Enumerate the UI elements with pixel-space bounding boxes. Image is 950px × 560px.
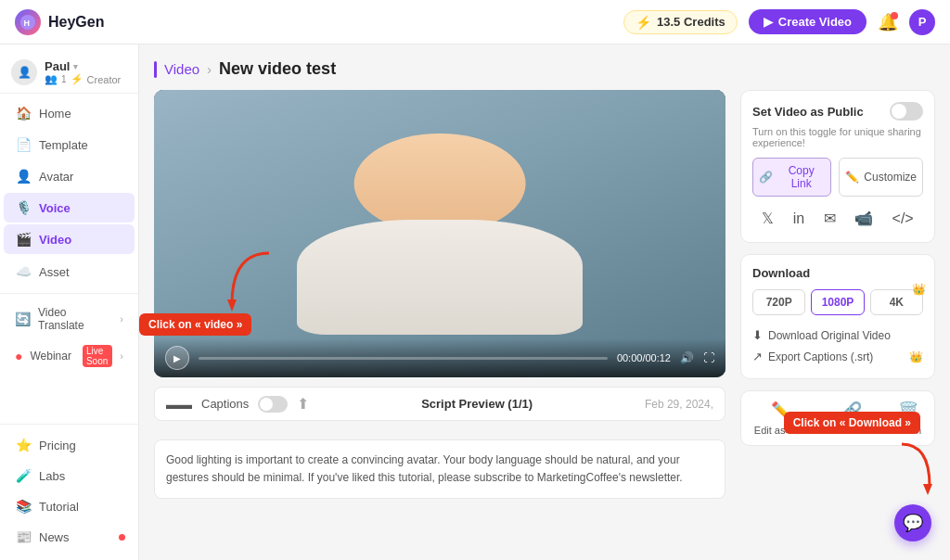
video-translate-label: Video Translate [38, 306, 112, 332]
user-name: Paul ▾ [45, 59, 121, 73]
avatar-icon: 👤 [15, 169, 32, 184]
sidebar-item-labs[interactable]: 🧪 Labs [4, 461, 135, 490]
progress-bar[interactable] [199, 357, 608, 360]
home-icon: 🏠 [15, 106, 32, 121]
video-controls: ▶ 00:00/00:12 🔊 ⛶ [154, 338, 725, 377]
video-plus-icon: ▶ [764, 15, 773, 29]
breadcrumb-bar [154, 61, 157, 78]
user-count-icon: 👥 [45, 73, 58, 85]
sidebar-item-video-label: Video [39, 233, 71, 247]
sidebar-item-voice[interactable]: 🎙️ Voice [4, 193, 135, 223]
chat-icon: 💬 [903, 513, 923, 533]
svg-marker-2 [227, 299, 237, 312]
download-card: Download 720P 1080P 4K 👑 [740, 254, 935, 379]
sidebar-divider-1 [0, 293, 138, 294]
public-toggle-row: Set Video as Public [752, 102, 923, 121]
captions-label: Captions [201, 397, 249, 411]
news-icon: 📰 [15, 529, 32, 544]
sidebar-item-pricing-label: Pricing [39, 439, 76, 452]
script-preview-label: Script Preview (1/1) [318, 397, 635, 411]
sidebar-item-home[interactable]: 🏠 Home [4, 98, 135, 128]
resolution-720p-label: 720P [766, 296, 792, 309]
notification-dot [891, 12, 898, 19]
email-icon[interactable]: ✉ [824, 210, 836, 227]
sidebar-item-asset-label: Asset [39, 265, 70, 279]
sidebar-item-pricing[interactable]: ⭐ Pricing [4, 430, 135, 460]
resolution-1080p-button[interactable]: 1080P [811, 289, 864, 315]
logo-text: HeyGen [48, 14, 104, 31]
resolution-1080p-label: 1080P [822, 296, 854, 309]
create-video-label: Create Video [778, 15, 852, 29]
sidebar-item-home-label: Home [39, 107, 71, 121]
credits-badge: ⚡ 13.5 Credits [623, 10, 738, 34]
volume-icon[interactable]: 🔊 [680, 351, 694, 364]
news-notification-dot [119, 534, 125, 541]
header-right: ⚡ 13.5 Credits ▶ Create Video 🔔 P [623, 9, 935, 35]
sidebar-item-video-translate[interactable]: 🔄 Video Translate › [4, 300, 135, 337]
resolution-4k-button[interactable]: 4K 👑 [870, 289, 923, 315]
notification-button[interactable]: 🔔 [878, 12, 898, 32]
twitter-icon[interactable]: 𝕏 [762, 210, 774, 227]
chevron-down-icon: ▾ [73, 62, 78, 71]
social-icons-row: 𝕏 in ✉ 📹 </> [752, 206, 923, 231]
sidebar-item-avatar-label: Avatar [39, 170, 73, 184]
sidebar-bottom: ⭐ Pricing 🧪 Labs 📚 Tutorial 📰 News [0, 418, 138, 553]
download-original-button[interactable]: ⬇ Download Original Video [752, 325, 923, 346]
resolution-720p-button[interactable]: 720P [752, 289, 805, 315]
sidebar-item-avatar[interactable]: 👤 Avatar [4, 161, 135, 191]
main-layout: 👤 Paul ▾ 👥 1 ⚡ Creator 🏠 Home 📄 Template [0, 45, 950, 560]
user-avatar-button[interactable]: P [909, 9, 935, 35]
header: H HeyGen ⚡ 13.5 Credits ▶ Create Video 🔔… [0, 0, 950, 45]
captions-upload-icon[interactable]: ⬆ [297, 395, 309, 413]
logo-icon: H [15, 9, 41, 35]
user-avatar: 👤 [11, 59, 37, 85]
sidebar-divider-2 [0, 424, 138, 425]
creator-icon: ⚡ [71, 73, 83, 85]
captions-icon: ▬▬ [166, 397, 192, 412]
public-toggle[interactable] [890, 102, 923, 121]
sidebar-item-template[interactable]: 📄 Template [4, 130, 135, 159]
embed-icon[interactable]: </> [892, 210, 914, 227]
play-button[interactable]: ▶ [165, 346, 189, 370]
sidebar-item-video[interactable]: 🎬 Video [4, 224, 135, 254]
content-area: Click on « video » Video › New video tes… [139, 45, 950, 560]
fullscreen-icon[interactable]: ⛶ [703, 351, 714, 364]
click-download-annotation: Click on « Download » [784, 412, 920, 434]
export-crown-icon: 👑 [909, 350, 923, 363]
toggle-thumb [260, 398, 273, 411]
script-text: Good lighting is important to create a c… [154, 439, 725, 499]
customize-label: Customize [864, 171, 917, 184]
svg-text:H: H [24, 18, 31, 27]
credits-amount: 13.5 Credits [657, 15, 725, 29]
captions-bar: ▬▬ Captions ⬆ Script Preview (1/1) Feb 2… [154, 387, 725, 421]
copy-link-button[interactable]: 🔗 Copy Link [752, 158, 831, 197]
customize-button[interactable]: ✏️ Customize [839, 158, 923, 197]
labs-icon: 🧪 [15, 468, 32, 483]
sidebar-item-news[interactable]: 📰 News [4, 522, 135, 552]
lightning-icon: ⚡ [635, 15, 651, 30]
resolution-4k-label: 4K [890, 296, 904, 309]
export-icon: ↗ [752, 350, 763, 363]
header-left: H HeyGen [15, 9, 104, 35]
captions-toggle[interactable] [258, 396, 288, 413]
breadcrumb-parent[interactable]: Video [164, 61, 199, 77]
sidebar-item-webinar[interactable]: ● Webinar Live Soon › [4, 339, 135, 373]
linkedin-icon[interactable]: in [793, 210, 804, 227]
create-video-button[interactable]: ▶ Create Video [749, 9, 867, 34]
copy-link-label: Copy Link [777, 164, 825, 190]
resolution-buttons: 720P 1080P 4K 👑 [752, 289, 923, 315]
export-captions-button[interactable]: ↗ Export Captions (.srt) 👑 [752, 346, 923, 367]
chat-bubble-button[interactable]: 💬 [894, 504, 931, 541]
webinar-label: Webinar [30, 350, 71, 363]
sidebar-item-asset[interactable]: ☁️ Asset [4, 257, 135, 286]
video-call-icon[interactable]: 📹 [854, 210, 873, 227]
sidebar-item-labs-label: Labs [39, 469, 65, 483]
video-icon: 🎬 [15, 232, 32, 247]
toggle-description: Turn on this toggle for unique sharing e… [752, 126, 923, 148]
public-label: Set Video as Public [752, 105, 864, 119]
sidebar-item-tutorial[interactable]: 📚 Tutorial [4, 491, 135, 521]
template-icon: 📄 [15, 137, 32, 152]
sidebar-item-voice-label: Voice [39, 201, 71, 215]
crown-icon: 👑 [912, 283, 926, 296]
sidebar-item-tutorial-label: Tutorial [39, 500, 79, 514]
